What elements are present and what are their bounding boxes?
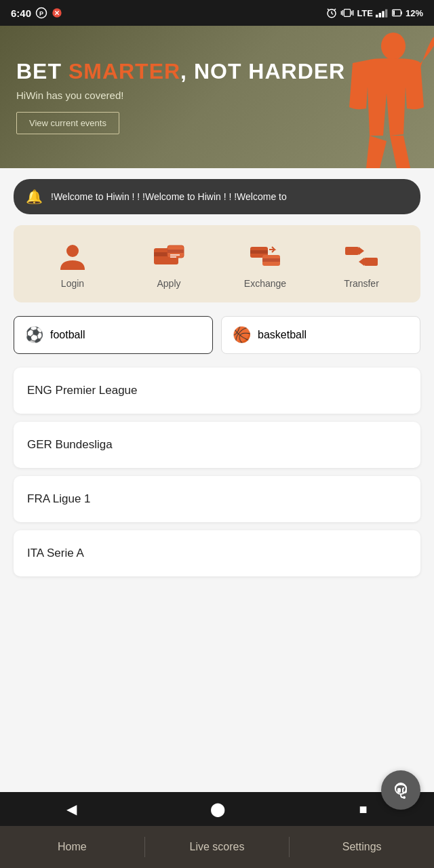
battery-icon bbox=[392, 8, 403, 18]
view-events-button[interactable]: View current events bbox=[16, 112, 119, 134]
bell-icon: 🔔 bbox=[26, 189, 43, 205]
svg-rect-20 bbox=[401, 12, 402, 15]
svg-rect-17 bbox=[382, 11, 384, 17]
vibrate-icon bbox=[340, 7, 354, 19]
svg-line-8 bbox=[328, 9, 329, 10]
banner-title-part1: BET bbox=[16, 59, 68, 83]
network-label: LTE bbox=[357, 8, 373, 18]
hero-banner: BET SMARTER, NOT HARDER HiWin has you co… bbox=[0, 26, 434, 168]
svg-line-7 bbox=[332, 14, 333, 15]
nav-settings-label: Settings bbox=[342, 841, 382, 853]
svg-rect-21 bbox=[393, 11, 395, 16]
banner-subtitle: HiWin has you covered! bbox=[16, 90, 418, 101]
nav-settings[interactable]: Settings bbox=[290, 826, 434, 868]
nav-home-label: Home bbox=[58, 841, 87, 853]
exchange-icon bbox=[249, 241, 281, 271]
league-item[interactable]: ITA Serie A bbox=[14, 530, 420, 576]
svg-rect-27 bbox=[167, 250, 184, 253]
svg-rect-33 bbox=[262, 258, 280, 262]
login-label: Login bbox=[61, 278, 84, 289]
league-name: FRA Ligue 1 bbox=[27, 492, 91, 505]
bottom-navigation: Home Live scores Settings bbox=[0, 826, 434, 868]
transfer-label: Transfer bbox=[344, 278, 379, 289]
svg-rect-16 bbox=[379, 13, 381, 18]
apply-action[interactable]: Apply bbox=[121, 241, 217, 289]
svg-marker-37 bbox=[359, 258, 364, 266]
banner-title-highlight: SMARTER bbox=[68, 59, 180, 83]
league-item[interactable]: ENG Premier League bbox=[14, 368, 420, 414]
league-name: ITA Serie A bbox=[27, 547, 84, 559]
nav-live-scores-label: Live scores bbox=[190, 841, 245, 853]
svg-marker-35 bbox=[359, 247, 364, 255]
quick-actions-panel: Login Apply Exchange bbox=[14, 225, 420, 302]
notification-bar[interactable]: 🔔 !Welcome to Hiwin ! ! !Welcome to Hiwi… bbox=[14, 179, 420, 214]
league-item[interactable]: FRA Ligue 1 bbox=[14, 476, 420, 522]
svg-rect-10 bbox=[344, 9, 351, 17]
exchange-label: Exchange bbox=[244, 278, 286, 289]
app-icon-p: P bbox=[35, 7, 47, 19]
sport-tabs: ⚽ football 🏀 basketball bbox=[0, 316, 434, 368]
svg-line-9 bbox=[334, 9, 336, 10]
league-list: ENG Premier League GER Bundesliga FRA Li… bbox=[0, 368, 434, 576]
svg-text:P: P bbox=[39, 10, 43, 17]
status-bar: 6:40 P LTE bbox=[0, 0, 434, 26]
svg-rect-34 bbox=[345, 247, 359, 255]
svg-point-39 bbox=[403, 796, 406, 799]
banner-title-part2: , NOT HARDER bbox=[180, 59, 345, 83]
svg-rect-36 bbox=[364, 258, 378, 266]
transfer-icon bbox=[344, 241, 379, 271]
system-nav-bar: ◀ ⬤ ■ bbox=[0, 792, 434, 826]
nav-home[interactable]: Home bbox=[0, 826, 144, 868]
login-action[interactable]: Login bbox=[24, 241, 121, 289]
svg-rect-18 bbox=[385, 9, 387, 18]
league-name: GER Bundesliga bbox=[27, 438, 113, 451]
banner-title: BET SMARTER, NOT HARDER bbox=[16, 60, 418, 83]
notification-text: !Welcome to Hiwin ! ! !Welcome to Hiwin … bbox=[51, 191, 287, 202]
football-label: football bbox=[50, 329, 85, 341]
svg-point-23 bbox=[66, 245, 79, 257]
recents-button[interactable]: ■ bbox=[359, 802, 367, 817]
basketball-icon: 🏀 bbox=[233, 326, 251, 344]
login-icon bbox=[58, 241, 87, 271]
status-time: 6:40 bbox=[11, 7, 31, 19]
banner-content: BET SMARTER, NOT HARDER HiWin has you co… bbox=[16, 60, 418, 134]
nav-live-scores[interactable]: Live scores bbox=[145, 826, 290, 868]
basketball-tab[interactable]: 🏀 basketball bbox=[221, 316, 420, 354]
football-tab[interactable]: ⚽ football bbox=[14, 316, 213, 354]
home-button[interactable]: ⬤ bbox=[210, 801, 225, 817]
headset-icon bbox=[391, 780, 411, 800]
signal-icon bbox=[376, 8, 389, 18]
league-item[interactable]: GER Bundesliga bbox=[14, 422, 420, 468]
alarm-icon bbox=[326, 7, 338, 19]
svg-rect-15 bbox=[376, 15, 378, 18]
apply-label: Apply bbox=[157, 278, 180, 289]
back-button[interactable]: ◀ bbox=[66, 801, 77, 817]
league-name: ENG Premier League bbox=[27, 384, 138, 397]
exchange-action[interactable]: Exchange bbox=[217, 241, 313, 289]
football-icon: ⚽ bbox=[25, 326, 43, 344]
apply-icon bbox=[153, 241, 185, 271]
battery-level: 12% bbox=[406, 8, 423, 18]
basketball-label: basketball bbox=[258, 329, 307, 341]
support-fab[interactable] bbox=[381, 770, 420, 810]
svg-rect-31 bbox=[250, 250, 268, 254]
close-icon bbox=[52, 7, 62, 18]
transfer-action[interactable]: Transfer bbox=[313, 241, 410, 289]
svg-point-22 bbox=[381, 33, 406, 60]
